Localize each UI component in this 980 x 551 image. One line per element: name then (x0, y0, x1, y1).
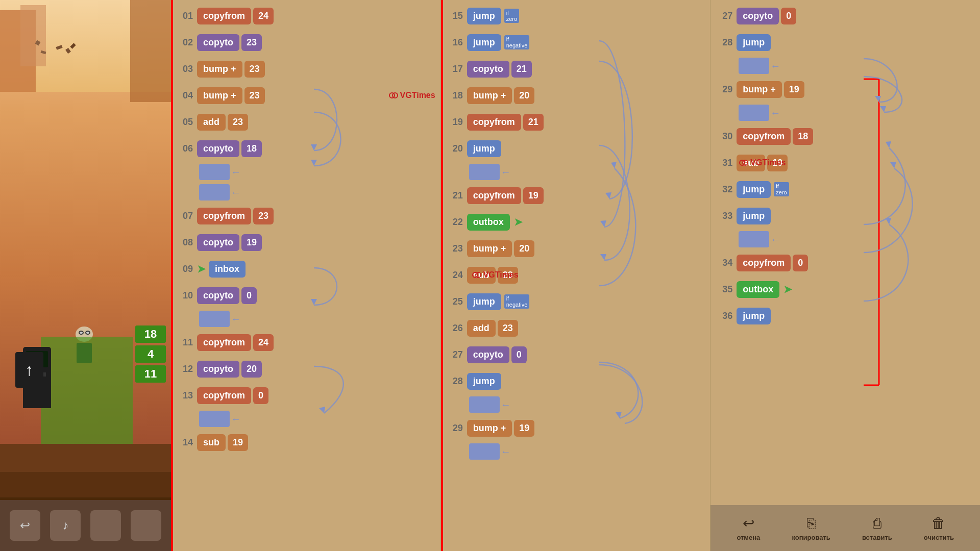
arg-0-10[interactable]: 0 (241, 287, 257, 304)
p3-jump-placeholder-2[interactable] (739, 105, 769, 121)
instruction-16[interactable]: jump ifnegative (467, 34, 530, 51)
cmd-copyto-17[interactable]: copyto (467, 61, 509, 78)
paste-button[interactable]: ⎙ вставить (862, 515, 892, 541)
instruction-15[interactable]: jump ifzero (467, 8, 519, 24)
cmd-copyto-12[interactable]: copyto (197, 361, 239, 378)
instruction-27[interactable]: copyto 0 (467, 346, 527, 363)
arg-24-11[interactable]: 24 (253, 334, 274, 351)
arg-20-18[interactable]: 20 (514, 87, 534, 104)
arg-23-05[interactable]: 23 (228, 114, 248, 131)
arg-18-06[interactable]: 18 (241, 140, 262, 157)
cmd-copyfrom-07[interactable]: copyfrom (197, 208, 251, 224)
p3-cmd-copyfrom-34[interactable]: copyfrom (737, 255, 791, 271)
cmd-jump-16[interactable]: jump (467, 34, 501, 51)
instruction-12[interactable]: copyto 20 (197, 361, 262, 378)
instruction-20[interactable]: jump (467, 140, 501, 157)
clear-button[interactable]: 🗑 очистить (924, 515, 954, 541)
back-button[interactable]: ↩ (10, 510, 40, 541)
p3-cmd-jump-32[interactable]: jump (737, 181, 771, 198)
cmd-add-05[interactable]: add (197, 114, 226, 131)
instruction-11[interactable]: copyfrom 24 (197, 334, 274, 351)
jump-placeholder-7[interactable] (469, 443, 500, 460)
p3-cmd-jump-33[interactable]: jump (737, 208, 771, 224)
up-arrow-button[interactable]: ↑ (15, 352, 43, 388)
instruction-03[interactable]: bump + 23 (197, 61, 265, 78)
arg-21-17[interactable]: 21 (511, 61, 532, 78)
cmd-copyfrom-19[interactable]: copyfrom (467, 114, 521, 131)
music-button[interactable]: ♪ (50, 510, 81, 541)
instruction-09[interactable]: ➤ inbox (197, 261, 246, 278)
p3-instruction-29[interactable]: bump + 19 (737, 81, 804, 98)
instruction-10[interactable]: copyto 0 (197, 287, 257, 304)
jump-placeholder-3[interactable] (199, 311, 230, 327)
instruction-06[interactable]: copyto 18 (197, 140, 262, 157)
instruction-01[interactable]: copyfrom 24 (197, 8, 274, 24)
p3-arg-0-34[interactable]: 0 (793, 255, 808, 271)
cmd-copyfrom-13[interactable]: copyfrom (197, 387, 251, 404)
p3-jump-placeholder-3[interactable] (739, 231, 769, 247)
cmd-jump-25[interactable]: jump (467, 293, 501, 310)
p3-arg-18-30[interactable]: 18 (793, 128, 813, 145)
cmd-copyto-27[interactable]: copyto (467, 346, 509, 363)
cmd-jump-15[interactable]: jump (467, 8, 501, 24)
cmd-jump-20[interactable]: jump (467, 140, 501, 157)
arg-23-03[interactable]: 23 (244, 61, 265, 78)
jump-placeholder-1[interactable] (199, 164, 230, 180)
cmd-sub-14[interactable]: sub (197, 434, 226, 451)
p3-cmd-bump-29[interactable]: bump + (737, 81, 782, 98)
p3-arg-0-27[interactable]: 0 (781, 8, 796, 24)
instruction-19[interactable]: copyfrom 21 (467, 114, 544, 131)
p3-cmd-copyfrom-30[interactable]: copyfrom (737, 128, 791, 145)
jump-placeholder-5[interactable] (469, 164, 500, 180)
p3-instruction-32[interactable]: jump ifzero (737, 181, 789, 198)
cmd-add-26[interactable]: add (467, 320, 496, 337)
instruction-07[interactable]: copyfrom 23 (197, 208, 274, 224)
instruction-22[interactable]: outbox ➤ (467, 214, 523, 231)
arg-19-21[interactable]: 19 (523, 187, 544, 204)
arg-19-08[interactable]: 19 (241, 234, 262, 251)
arg-23-26[interactable]: 23 (498, 320, 518, 337)
cmd-copyto-08[interactable]: copyto (197, 234, 239, 251)
arg-20-23[interactable]: 20 (514, 240, 534, 257)
arg-23-04[interactable]: 23 (244, 87, 265, 104)
instruction-18[interactable]: bump + 20 (467, 87, 535, 104)
p3-cmd-copyto-27[interactable]: copyto (737, 8, 779, 24)
arg-0-13[interactable]: 0 (253, 387, 268, 404)
instruction-05[interactable]: add 23 (197, 114, 248, 131)
arg-23-02[interactable]: 23 (241, 34, 262, 51)
cmd-copyfrom-01[interactable]: copyfrom (197, 8, 251, 24)
instruction-04[interactable]: bump + 23 (197, 87, 265, 104)
cmd-bump-29[interactable]: bump + (467, 420, 512, 437)
arg-24-01[interactable]: 24 (253, 8, 274, 24)
p3-instruction-34[interactable]: copyfrom 0 (737, 255, 808, 271)
cmd-inbox-09[interactable]: inbox (209, 261, 246, 278)
instruction-14[interactable]: sub 19 (197, 434, 248, 451)
instruction-26[interactable]: add 23 (467, 320, 518, 337)
view-button-1[interactable] (90, 510, 121, 541)
view-button-2[interactable] (131, 510, 161, 541)
cmd-jump-28[interactable]: jump (467, 373, 501, 390)
instruction-02[interactable]: copyto 23 (197, 34, 262, 51)
p3-instruction-35[interactable]: outbox ➤ (737, 281, 792, 298)
jump-placeholder-4[interactable] (199, 411, 230, 427)
cmd-bump-23[interactable]: bump + (467, 240, 512, 257)
p3-instruction-33[interactable]: jump (737, 208, 771, 224)
instruction-21[interactable]: copyfrom 19 (467, 187, 544, 204)
arg-21-19[interactable]: 21 (523, 114, 544, 131)
instruction-28[interactable]: jump (467, 373, 501, 390)
p3-instruction-30[interactable]: copyfrom 18 (737, 128, 813, 145)
p3-instruction-36[interactable]: jump (737, 308, 771, 324)
jump-placeholder-6[interactable] (469, 396, 500, 413)
cmd-copyfrom-11[interactable]: copyfrom (197, 334, 251, 351)
cmd-copyto-02[interactable]: copyto (197, 34, 239, 51)
cmd-bump-04[interactable]: bump + (197, 87, 242, 104)
arg-23-07[interactable]: 23 (253, 208, 274, 224)
arg-19-14[interactable]: 19 (228, 434, 248, 451)
cmd-copyto-10[interactable]: copyto (197, 287, 239, 304)
undo-button[interactable]: ↩ отмена (737, 515, 760, 541)
arg-20-12[interactable]: 20 (241, 361, 262, 378)
p3-arg-19-29[interactable]: 19 (784, 81, 804, 98)
instruction-29[interactable]: bump + 19 (467, 420, 535, 437)
p3-cmd-outbox-35[interactable]: outbox (737, 281, 779, 298)
p3-instruction-28[interactable]: jump (737, 34, 771, 51)
